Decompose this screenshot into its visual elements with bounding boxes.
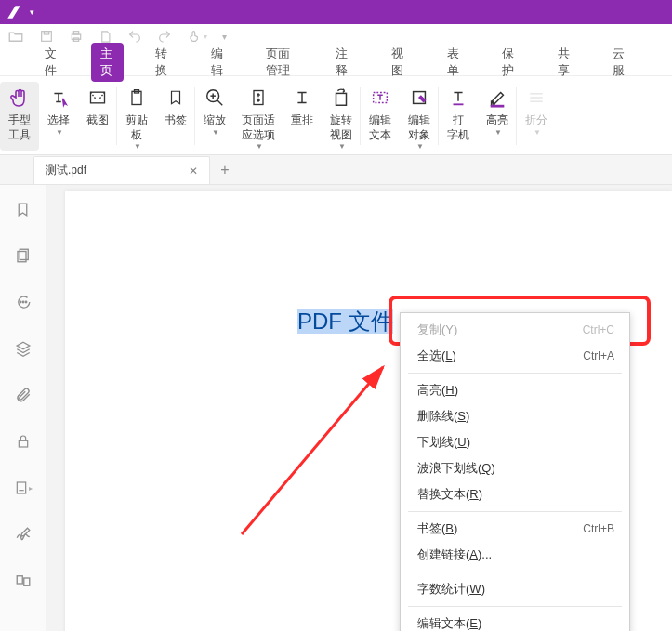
ribbon-clipboard[interactable]: 剪贴 板▼ <box>117 82 156 151</box>
form-panel-icon[interactable]: ▸ <box>12 477 34 499</box>
comments-panel-icon[interactable] <box>12 291 34 313</box>
dropdown-icon: ▼ <box>56 128 63 137</box>
context-menu-item[interactable]: 全选(L)Ctrl+A <box>401 343 629 369</box>
highlight-icon <box>485 85 509 110</box>
svg-rect-12 <box>254 91 263 105</box>
ribbon: 手型 工具选择▼截图剪贴 板▼书签缩放▼页面适 应选项▼重排旋转 视图▼编辑 文… <box>0 76 672 155</box>
selected-text[interactable]: PDF 文件 <box>297 307 393 336</box>
context-menu-separator <box>408 606 622 607</box>
ribbon-edit-object[interactable]: 编辑 对象▼ <box>400 82 439 151</box>
dropdown-icon: ▼ <box>134 142 141 151</box>
app-logo-icon <box>6 4 22 20</box>
context-menu-shortcut: Ctrl+C <box>583 323 614 336</box>
attachments-panel-icon[interactable] <box>12 384 34 406</box>
rotate-icon <box>329 85 353 110</box>
menu-tab-8[interactable]: 保护 <box>493 43 526 82</box>
context-menu-item[interactable]: 编辑文本(E) <box>401 611 629 631</box>
ribbon-rotate[interactable]: 旋转 视图▼ <box>322 82 361 151</box>
qat-customize-icon[interactable]: ▾ <box>222 32 227 42</box>
ribbon-label: 选择 <box>47 113 70 128</box>
fitpage-icon <box>246 85 270 110</box>
context-menu-item[interactable]: 字数统计(W) <box>401 576 629 602</box>
svg-rect-26 <box>19 441 27 448</box>
svg-rect-5 <box>91 92 105 103</box>
document-tabstrip: 测试.pdf ✕ + <box>0 155 672 185</box>
undo-icon[interactable] <box>127 29 142 44</box>
title-chevron-icon[interactable]: ▾ <box>30 7 34 17</box>
menu-tab-4[interactable]: 页面管理 <box>257 43 304 82</box>
new-doc-icon[interactable] <box>99 29 112 45</box>
hand-icon <box>7 85 32 110</box>
document-tab-label: 测试.pdf <box>46 163 86 178</box>
redo-icon[interactable] <box>157 29 172 44</box>
menu-tab-2[interactable]: 转换 <box>146 43 179 82</box>
ribbon-label: 手型 工具 <box>8 113 31 142</box>
ribbon-label: 截图 <box>86 113 109 128</box>
context-menu-separator <box>408 511 622 512</box>
zoom-icon <box>203 85 227 110</box>
touch-icon[interactable]: ▾ <box>187 28 207 45</box>
context-menu-item[interactable]: 删除线(S) <box>401 403 629 429</box>
menu-tab-7[interactable]: 表单 <box>438 43 471 82</box>
dropdown-icon: ▼ <box>534 128 541 137</box>
ribbon-split: 折分▼ <box>517 82 556 151</box>
svg-rect-1 <box>44 32 48 34</box>
document-tab[interactable]: 测试.pdf ✕ <box>33 156 210 184</box>
context-menu-label: 字数统计(W) <box>417 581 485 598</box>
edit-object-icon <box>407 85 431 110</box>
context-menu-shortcut: Ctrl+A <box>583 349 614 362</box>
ribbon-label: 书签 <box>165 113 187 128</box>
pages-panel-icon[interactable] <box>12 244 34 267</box>
context-menu-label: 复制(Y) <box>417 322 457 338</box>
ribbon-hand[interactable]: 手型 工具 <box>0 82 39 151</box>
ribbon-label: 旋转 视图 <box>330 113 352 142</box>
context-menu-item[interactable]: 波浪下划线(Q) <box>401 455 629 481</box>
menu-tab-5[interactable]: 注释 <box>326 43 360 82</box>
bookmarks-panel-icon[interactable] <box>12 198 34 220</box>
context-menu-item[interactable]: 下划线(U) <box>401 429 629 455</box>
ribbon-reflow[interactable]: 重排 <box>283 82 322 151</box>
menu-tab-0[interactable]: 文件 <box>35 43 69 82</box>
context-menu-item[interactable]: 书签(B)Ctrl+B <box>401 516 629 542</box>
ribbon-edit-text[interactable]: 编辑 文本 <box>361 82 400 151</box>
menu-tab-3[interactable]: 编辑 <box>202 43 235 82</box>
clipboard-icon <box>125 85 149 110</box>
svg-rect-3 <box>73 32 78 34</box>
ribbon-label: 打 字机 <box>447 113 469 142</box>
ribbon-screenshot[interactable]: 截图 <box>78 82 117 151</box>
security-panel-icon[interactable] <box>12 430 34 453</box>
context-menu-label: 编辑文本(E) <box>417 615 481 631</box>
ribbon-label: 页面适 应选项 <box>242 113 275 142</box>
menu-tab-10[interactable]: 云服 <box>603 43 637 82</box>
svg-rect-0 <box>42 32 52 42</box>
context-menu-item[interactable]: 创建链接(A)... <box>401 542 629 568</box>
ribbon-label: 剪贴 板 <box>125 113 148 142</box>
typewriter-icon <box>446 85 470 110</box>
menu-tab-9[interactable]: 共享 <box>548 43 582 82</box>
open-icon[interactable] <box>7 28 24 45</box>
ribbon-label: 缩放 <box>204 113 226 128</box>
save-icon[interactable] <box>39 29 54 44</box>
menu-tab-6[interactable]: 视图 <box>382 43 415 82</box>
dropdown-icon: ▼ <box>212 128 219 137</box>
context-menu-item[interactable]: 替换文本(R) <box>401 481 629 507</box>
ribbon-fitpage[interactable]: 页面适 应选项▼ <box>234 82 283 151</box>
signatures-panel-icon[interactable] <box>12 523 34 546</box>
svg-rect-30 <box>23 578 29 585</box>
ribbon-bookmark[interactable]: 书签 <box>156 82 195 151</box>
ribbon-label: 编辑 文本 <box>369 113 391 142</box>
split-icon <box>524 85 548 110</box>
ribbon-typewriter[interactable]: 打 字机 <box>439 82 478 151</box>
ribbon-label: 折分 <box>525 113 547 128</box>
compare-panel-icon[interactable] <box>12 570 34 592</box>
ribbon-highlight[interactable]: 高亮▼ <box>478 82 517 151</box>
ribbon-text-select[interactable]: 选择▼ <box>39 82 78 151</box>
layers-panel-icon[interactable] <box>12 337 34 360</box>
svg-point-24 <box>22 301 24 303</box>
add-tab-button[interactable]: + <box>210 156 240 184</box>
close-tab-icon[interactable]: ✕ <box>189 164 198 177</box>
print-icon[interactable] <box>69 29 84 44</box>
menu-tab-1[interactable]: 主页 <box>91 43 125 82</box>
ribbon-zoom[interactable]: 缩放▼ <box>195 82 234 151</box>
context-menu-item[interactable]: 高亮(H) <box>401 377 629 403</box>
